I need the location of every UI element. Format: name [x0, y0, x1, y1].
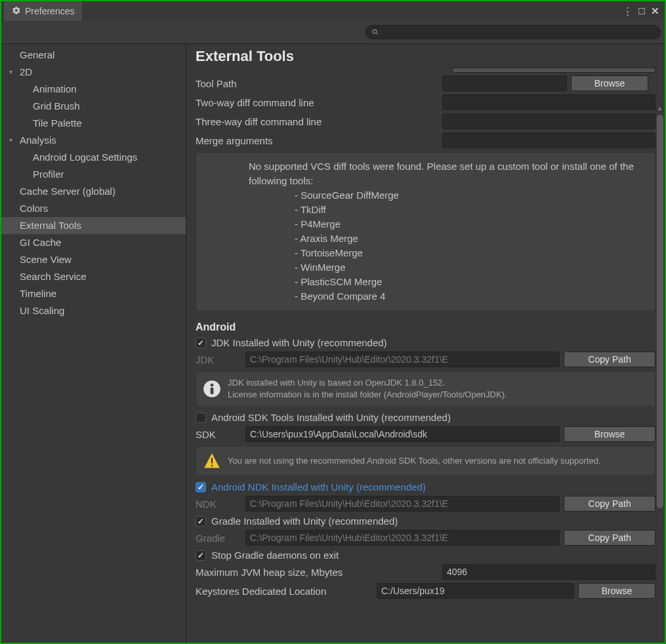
search-icon — [371, 28, 379, 36]
ndk-copy-path-button[interactable]: Copy Path — [564, 496, 656, 512]
jdk-copy-path-button[interactable]: Copy Path — [564, 352, 656, 367]
sidebar: General 2D Animation Grid Brush Tile Pal… — [1, 44, 186, 643]
jdk-checkbox[interactable] — [196, 338, 206, 348]
sidebar-item-general[interactable]: General — [1, 47, 186, 64]
sidebar-item-2d[interactable]: 2D — [1, 64, 186, 81]
sdk-warning-box: You are not using the recommended Androi… — [196, 446, 656, 476]
jdk-checkbox-label: JDK Installed with Unity (recommended) — [211, 337, 387, 348]
svg-rect-4 — [211, 388, 214, 395]
scroll-up-icon[interactable]: ▴ — [656, 104, 663, 112]
preferences-tab[interactable]: Preferences — [4, 1, 82, 21]
svg-line-1 — [377, 33, 379, 35]
content-panel: External Tools Tool Path Browse Two-way … — [186, 44, 665, 643]
gradle-checkbox[interactable] — [196, 516, 206, 527]
three-way-label: Three-way diff command line — [196, 116, 438, 127]
scroll-thumb[interactable] — [657, 115, 663, 508]
vcs-notice-box: No supported VCS diff tools were found. … — [196, 152, 656, 311]
sdk-checkbox[interactable] — [196, 413, 206, 423]
close-icon[interactable]: ✕ — [651, 5, 659, 17]
titlebar: Preferences ⋮ ☐ ✕ — [1, 1, 665, 21]
vcs-tool-item: - P4Merge — [249, 217, 646, 231]
two-way-label: Two-way diff command line — [196, 97, 438, 108]
ndk-label: NDK — [196, 498, 241, 510]
sdk-path-input[interactable] — [245, 426, 560, 442]
sidebar-item-gi-cache[interactable]: GI Cache — [1, 234, 186, 251]
warning-icon — [203, 452, 221, 470]
ndk-checkbox-label: Android NDK Installed with Unity (recomm… — [211, 481, 426, 493]
kebab-menu-icon[interactable]: ⋮ — [623, 5, 633, 17]
searchbar-row — [1, 21, 665, 44]
scrollbar[interactable]: ▴ — [657, 115, 663, 643]
sidebar-item-grid-brush[interactable]: Grid Brush — [1, 98, 186, 115]
jdk-label: JDK — [196, 354, 241, 365]
tool-path-label: Tool Path — [196, 78, 438, 89]
keystore-input[interactable] — [377, 583, 574, 599]
stop-gradle-label: Stop Gradle daemons on exit — [211, 550, 339, 561]
stop-gradle-checkbox[interactable] — [196, 550, 206, 561]
sidebar-item-scene-view[interactable]: Scene View — [1, 251, 186, 268]
tab-title: Preferences — [25, 6, 74, 16]
sidebar-item-analysis[interactable]: Analysis — [1, 132, 186, 149]
page-title: External Tools — [196, 48, 656, 65]
svg-point-0 — [373, 30, 377, 33]
merge-args-label: Merge arguments — [196, 135, 438, 146]
vcs-tool-item: - SourceGear DiffMerge — [249, 188, 646, 203]
search-input[interactable] — [365, 25, 661, 39]
two-way-input[interactable] — [442, 94, 656, 110]
sidebar-item-profiler[interactable]: Profiler — [1, 166, 186, 183]
sidebar-item-tile-palette[interactable]: Tile Palette — [1, 115, 186, 132]
svg-point-3 — [211, 384, 214, 387]
vcs-tool-item: - Araxis Merge — [249, 231, 646, 246]
sidebar-item-android-logcat[interactable]: Android Logcat Settings — [1, 149, 186, 166]
sidebar-item-search-service[interactable]: Search Service — [1, 268, 186, 285]
gradle-copy-path-button[interactable]: Copy Path — [564, 530, 656, 546]
sidebar-item-cache-server[interactable]: Cache Server (global) — [1, 183, 186, 200]
ndk-checkbox[interactable] — [196, 482, 206, 493]
jvm-heap-input[interactable] — [442, 564, 656, 580]
sidebar-item-timeline[interactable]: Timeline — [1, 285, 186, 302]
svg-rect-6 — [211, 465, 213, 466]
vcs-tool-item: - TkDiff — [249, 203, 646, 217]
jdk-notice-box: JDK installed with Unity is based on Ope… — [196, 371, 656, 407]
vcs-tool-item: - Beyond Compare 4 — [249, 289, 646, 304]
gradle-label: Gradle — [196, 533, 241, 544]
ndk-path-input — [245, 496, 560, 512]
android-header: Android — [196, 321, 656, 333]
sidebar-item-colors[interactable]: Colors — [1, 200, 186, 217]
jdk-path-input — [245, 352, 560, 367]
gear-icon — [12, 6, 21, 17]
gradle-path-input — [245, 530, 560, 546]
vcs-tool-item: - PlasticSCM Merge — [249, 275, 646, 289]
tool-path-input[interactable] — [442, 75, 567, 91]
vcs-tool-item: - TortoiseMerge — [249, 246, 646, 260]
keystore-label: Keystores Dedicated Location — [196, 586, 373, 597]
svg-rect-5 — [211, 458, 213, 463]
jdk-notice-line1: JDK installed with Unity is based on Ope… — [228, 377, 507, 389]
maximize-icon[interactable]: ☐ — [638, 7, 646, 16]
sdk-checkbox-label: Android SDK Tools Installed with Unity (… — [211, 412, 451, 423]
sdk-browse-button[interactable]: Browse — [564, 426, 656, 442]
gradle-checkbox-label: Gradle Installed with Unity (recommended… — [211, 515, 398, 527]
jvm-heap-label: Maximum JVM heap size, Mbytes — [196, 567, 438, 578]
sidebar-item-ui-scaling[interactable]: UI Scaling — [1, 302, 186, 319]
three-way-input[interactable] — [442, 113, 656, 129]
sidebar-item-animation[interactable]: Animation — [1, 81, 186, 98]
jdk-notice-line2: License information is in the install fo… — [228, 389, 507, 401]
browse-button[interactable]: Browse — [571, 75, 648, 91]
sdk-label: SDK — [196, 429, 241, 440]
merge-args-input[interactable] — [442, 132, 656, 148]
vcs-notice-text: No supported VCS diff tools were found. … — [249, 159, 646, 188]
sidebar-item-external-tools[interactable]: External Tools — [1, 217, 186, 234]
info-icon — [203, 380, 221, 398]
vcs-tool-item: - WinMerge — [249, 260, 646, 275]
sdk-warning-text: You are not using the recommended Androi… — [228, 455, 601, 467]
keystore-browse-button[interactable]: Browse — [578, 583, 656, 599]
dropdown-cut[interactable] — [452, 68, 656, 73]
